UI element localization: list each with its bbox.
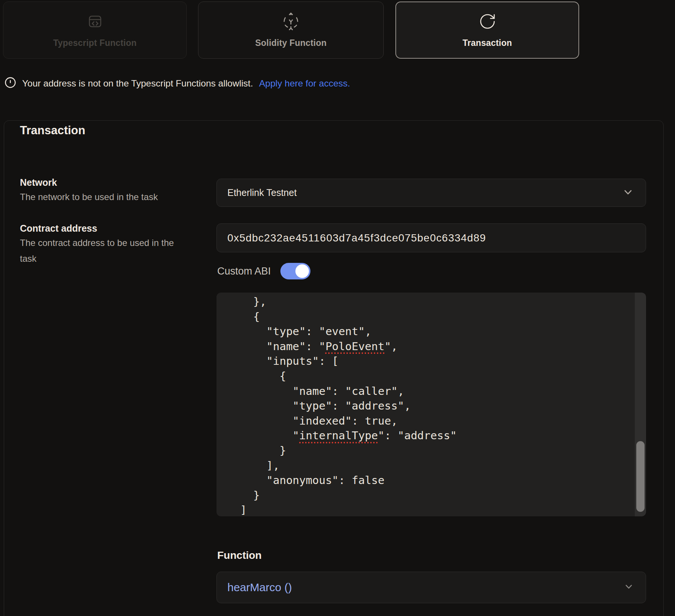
alert-text: Your address is not on the Typescript Fu…	[22, 78, 253, 89]
code-window-icon	[86, 12, 104, 32]
abi-editor[interactable]: }, { "type": "event", "name": "PoloEvent…	[216, 293, 646, 516]
tab-label: Typescript Function	[53, 38, 137, 48]
abi-editor-scrollbar-thumb[interactable]	[636, 441, 645, 512]
custom-abi-toggle[interactable]	[280, 263, 310, 279]
chevron-down-icon	[622, 186, 634, 200]
function-label: Function	[217, 549, 262, 561]
allowlist-alert: Your address is not on the Typescript Fu…	[5, 77, 350, 90]
network-selected-value: Etherlink Testnet	[217, 187, 297, 198]
tab-typescript-function[interactable]: Typescript Function	[3, 2, 187, 59]
contract-address-value: 0x5dbc232ae4511603d7a45f3dce075be0c6334d…	[217, 232, 486, 244]
chevron-down-icon	[623, 581, 634, 594]
custom-abi-label: Custom ABI	[217, 266, 271, 277]
contract-address-label: Contract address	[20, 223, 97, 234]
rotate-cw-icon	[478, 12, 496, 32]
panel-title: Transaction	[20, 124, 85, 137]
toggle-knob	[295, 264, 309, 278]
network-description: The network to be used in the task	[20, 189, 178, 205]
contract-address-description: The contract address to be used in the t…	[20, 235, 178, 267]
network-select[interactable]: Etherlink Testnet	[216, 179, 646, 207]
network-label: Network	[20, 177, 57, 188]
function-selected-value: hearMarco ()	[217, 581, 292, 594]
apply-access-link[interactable]: Apply here for access.	[259, 78, 350, 89]
deploy-icon	[282, 12, 300, 32]
abi-editor-content: }, { "type": "event", "name": "PoloEvent…	[216, 293, 646, 516]
tab-solidity-function[interactable]: Solidity Function	[198, 2, 384, 59]
tab-label: Transaction	[463, 38, 512, 48]
abi-editor-scrollbar[interactable]	[635, 293, 646, 516]
function-select[interactable]: hearMarco ()	[216, 572, 646, 603]
alert-circle-icon	[5, 77, 16, 90]
tab-transaction[interactable]: Transaction	[395, 2, 579, 59]
transaction-panel: Transaction Network The network to be us…	[4, 120, 664, 616]
tab-label: Solidity Function	[255, 38, 327, 48]
contract-address-input[interactable]: 0x5dbc232ae4511603d7a45f3dce075be0c6334d…	[216, 223, 646, 252]
